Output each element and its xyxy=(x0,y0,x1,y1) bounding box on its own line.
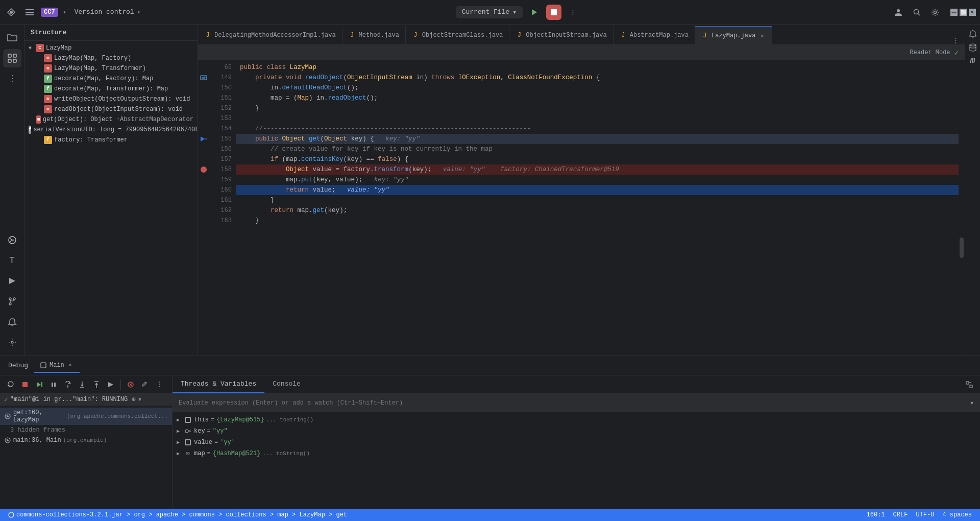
tab-method[interactable]: J Method.java xyxy=(342,26,406,44)
activity-git-icon[interactable] xyxy=(3,292,21,311)
tree-item-constructor1[interactable]: m LazyMap(Map, Factory) xyxy=(24,53,198,63)
thread-filter-btn[interactable]: ⊕ xyxy=(132,395,136,404)
tab-objectstreamclass[interactable]: J ObjectStreamClass.java xyxy=(406,26,509,44)
activity-debug-icon[interactable] xyxy=(3,231,21,249)
bottom-tab-main[interactable]: Main ✕ xyxy=(34,359,80,373)
editor-area: J DelegatingMethodAccessorImpl.java J Me… xyxy=(198,25,965,356)
minimize-button[interactable]: — xyxy=(950,9,958,16)
status-linesep[interactable]: CRLF xyxy=(889,511,912,518)
frame-item-main[interactable]: main:36, Main (org.example) xyxy=(0,435,172,445)
svg-point-19 xyxy=(13,298,15,300)
right-notifications-icon[interactable] xyxy=(967,29,978,40)
debug-step-out-btn[interactable] xyxy=(90,378,103,391)
code-content[interactable]: public class LazyMap private void readOb… xyxy=(236,60,959,356)
tab-close-lazymap[interactable]: ✕ xyxy=(758,32,766,39)
var-expand-key[interactable]: ▶ xyxy=(177,428,184,434)
status-position[interactable]: 160:1 xyxy=(863,511,889,518)
panel-tab-threads-vars[interactable]: Threads & Variables xyxy=(173,375,264,393)
var-item-map[interactable]: ▶ ∞ map = {HashMap@521} ... toString() xyxy=(173,448,980,459)
var-item-value[interactable]: ▶ value = 'yy' xyxy=(173,437,980,448)
tab-icon-method: J xyxy=(349,32,356,39)
profile-icon[interactable] xyxy=(891,5,905,19)
activity-notification-icon[interactable] xyxy=(3,313,21,331)
method-icon-wo: m xyxy=(44,95,52,103)
tab-abstractmap[interactable]: J AbstractMap.java xyxy=(614,26,695,44)
bottom-tab-main-label: Main xyxy=(50,362,64,369)
debug-more-btn[interactable]: ⋮ xyxy=(153,378,166,391)
var-val-map: {HashMap@521} xyxy=(213,450,261,457)
window-controls: — ⬜ ✕ xyxy=(950,9,976,16)
gutter-156 xyxy=(198,144,209,154)
var-expand-this[interactable]: ▶ xyxy=(177,417,184,423)
maximize-button[interactable]: ⬜ xyxy=(960,9,967,16)
scrollbar-thumb[interactable] xyxy=(960,238,964,258)
ln-158: 158 xyxy=(213,164,232,175)
tree-item-decorate2[interactable]: f decorate(Map, Transformer): Map xyxy=(24,84,198,94)
right-m-icon[interactable]: m xyxy=(967,55,978,66)
hamburger-button[interactable] xyxy=(22,5,37,19)
activity-structure-icon[interactable] xyxy=(3,49,21,67)
reader-mode-bar: Reader Mode ✓ xyxy=(198,45,965,60)
tree-item-factory[interactable]: f factory: Transformer xyxy=(24,135,198,145)
debug-rerun-btn[interactable] xyxy=(4,378,17,391)
var-expand-value[interactable]: ▶ xyxy=(177,439,184,445)
eval-input[interactable] xyxy=(179,399,970,407)
settings-icon[interactable] xyxy=(928,5,942,19)
status-indent[interactable]: 4 spaces xyxy=(938,511,976,518)
svg-rect-53 xyxy=(970,385,972,388)
activity-dots-icon[interactable]: ⋮ xyxy=(3,69,21,88)
version-control-button[interactable]: Version control ▾ xyxy=(70,6,144,18)
right-database-icon[interactable] xyxy=(967,42,978,53)
breakpoint-158[interactable] xyxy=(201,167,207,173)
debug-edit-btn[interactable] xyxy=(138,378,152,391)
tree-item-readobject[interactable]: m readObject(ObjectInputStream): void xyxy=(24,104,198,114)
search-icon[interactable] xyxy=(910,5,924,19)
tab-objectinputstream[interactable]: J ObjectInputStream.java xyxy=(509,26,613,44)
current-file-button[interactable]: Current File ▾ xyxy=(456,6,523,18)
activity-settings-bottom-icon[interactable] xyxy=(3,333,21,351)
frame-item-1[interactable]: get:160, LazyMap (org.apache.commons.col… xyxy=(0,408,172,425)
var-name-map: map xyxy=(194,450,205,457)
debug-stop-button[interactable] xyxy=(546,5,561,20)
svg-point-18 xyxy=(9,298,11,300)
tree-item-writeobject[interactable]: m writeObject(ObjectOutputStream): void xyxy=(24,94,198,104)
eval-expand-btn[interactable]: ▾ xyxy=(970,399,974,407)
tree-item-lazymap[interactable]: ▼ C LazyMap xyxy=(24,43,198,53)
debug-step-over-btn[interactable] xyxy=(61,378,75,391)
debug-step-into-btn[interactable] xyxy=(76,378,89,391)
bottom-tab-main-close[interactable]: ✕ xyxy=(67,362,74,368)
status-encoding[interactable]: UTF-8 xyxy=(912,511,938,518)
gutter-158-bp[interactable] xyxy=(198,164,209,175)
code-editor[interactable]: 65 149 150 151 152 153 154 155 156 157 1… xyxy=(198,60,965,356)
debug-run-to-cursor-btn[interactable] xyxy=(104,378,117,391)
status-path[interactable]: commons-collections-3.2.1.jar > org > ap… xyxy=(4,509,351,521)
thread-dropdown-btn[interactable]: ▾ xyxy=(138,395,142,404)
tree-item-serial[interactable]: f serialVersionUID: long = 7990956402564… xyxy=(24,125,198,135)
tree-item-constructor2[interactable]: m LazyMap(Map, Transformer) xyxy=(24,63,198,74)
panel-expand-btn[interactable] xyxy=(963,378,976,391)
debug-pause-btn[interactable] xyxy=(47,378,60,391)
cc-dropdown-arrow[interactable]: ▾ xyxy=(63,9,66,15)
tabs-more-button[interactable]: ⋮ xyxy=(946,36,965,44)
editor-scrollbar[interactable] xyxy=(959,60,965,356)
panel-tab-console[interactable]: Console xyxy=(264,375,309,393)
tab-delegating[interactable]: J DelegatingMethodAccessorImpl.java xyxy=(198,26,342,44)
svg-point-21 xyxy=(11,341,13,343)
close-button[interactable]: ✕ xyxy=(969,9,976,16)
activity-folder-icon[interactable] xyxy=(3,29,21,47)
run-button[interactable] xyxy=(527,5,542,20)
tree-item-decorate1[interactable]: f decorate(Map, Factory): Map xyxy=(24,74,198,84)
svg-point-27 xyxy=(970,44,976,46)
var-item-key[interactable]: ▶ key = "yy" xyxy=(173,425,980,437)
var-item-this[interactable]: ▶ this = {LazyMap@515} ... toString() xyxy=(173,414,980,425)
debug-stop-btn[interactable] xyxy=(18,378,32,391)
debug-resume-btn[interactable] xyxy=(33,378,46,391)
activity-terminal-icon[interactable]: T xyxy=(3,251,21,270)
tab-icon-ois: J xyxy=(516,32,523,39)
tab-lazymap[interactable]: J LazyMap.java ✕ xyxy=(695,26,772,44)
tree-item-get[interactable]: m get(Object): Object ↑AbstractMapDecora… xyxy=(24,114,198,125)
more-options-button[interactable]: ⋮ xyxy=(566,5,580,19)
activity-arrow-icon[interactable] xyxy=(3,272,21,290)
var-expand-map[interactable]: ▶ xyxy=(177,451,184,457)
debug-breakpoints-btn[interactable] xyxy=(124,378,137,391)
